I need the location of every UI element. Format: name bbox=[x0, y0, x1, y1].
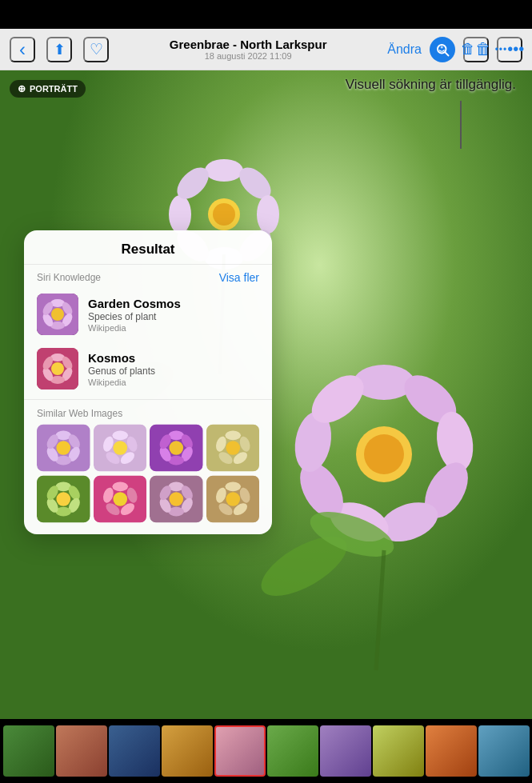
visual-search-button[interactable] bbox=[430, 37, 455, 62]
similar-image-3[interactable] bbox=[150, 424, 203, 472]
similar-label: Similar Web Images bbox=[24, 403, 272, 424]
svg-point-21 bbox=[171, 162, 214, 205]
strip-thumb-8[interactable] bbox=[373, 725, 424, 777]
svg-point-12 bbox=[356, 426, 412, 482]
result-desc-1: Species of plant bbox=[88, 311, 259, 322]
result-item-1[interactable]: Garden Cosmos Species of plant Wikipedia bbox=[24, 287, 272, 342]
svg-line-1 bbox=[445, 52, 448, 55]
siri-row: Siri Knowledge Visa fler bbox=[24, 265, 272, 287]
svg-point-86 bbox=[112, 481, 128, 491]
battery-percent: 100% bbox=[494, 9, 519, 20]
svg-point-101 bbox=[225, 481, 241, 491]
photo-title: Greenbrae - North Larkspur bbox=[170, 38, 327, 51]
svg-point-8 bbox=[325, 495, 394, 549]
share-button[interactable] bbox=[46, 37, 72, 62]
svg-point-14 bbox=[205, 159, 243, 182]
result-item-2[interactable]: Kosmos Genus of plants Wikipedia bbox=[24, 342, 272, 396]
portrait-badge[interactable]: PORTRÄTT bbox=[10, 80, 86, 98]
similar-image-6[interactable] bbox=[94, 475, 147, 523]
svg-point-22 bbox=[208, 198, 240, 230]
status-time: 9:41 bbox=[13, 9, 34, 21]
portrait-label: PORTRÄTT bbox=[30, 84, 78, 94]
svg-point-38 bbox=[51, 308, 64, 321]
similar-image-5[interactable] bbox=[37, 475, 90, 523]
strip-thumb-9[interactable] bbox=[426, 725, 477, 777]
strip-thumb-10[interactable] bbox=[478, 725, 530, 777]
lookup-panel: Resultat Siri Knowledge Visa fler bbox=[24, 230, 272, 534]
divider bbox=[24, 399, 272, 400]
svg-point-10 bbox=[290, 409, 336, 474]
strip-thumb-1[interactable] bbox=[3, 725, 54, 777]
svg-point-25 bbox=[305, 503, 399, 566]
svg-point-13 bbox=[364, 434, 404, 474]
svg-point-4 bbox=[396, 366, 466, 433]
svg-point-24 bbox=[253, 525, 356, 607]
status-day: mån 5 juni bbox=[38, 9, 90, 21]
wifi-icon bbox=[458, 9, 467, 20]
strip-thumb-2[interactable] bbox=[56, 725, 107, 777]
nav-right: Ändra 🗑 ••• bbox=[387, 37, 522, 62]
svg-point-76 bbox=[226, 441, 240, 455]
status-left: 9:41 mån 5 juni bbox=[13, 9, 90, 21]
svg-line-28 bbox=[376, 550, 384, 670]
result-thumb-1 bbox=[37, 294, 78, 335]
back-button[interactable] bbox=[10, 37, 35, 62]
status-right: 100% bbox=[458, 9, 519, 20]
result-source-1: Wikipedia bbox=[88, 323, 259, 333]
similar-grid bbox=[24, 424, 272, 523]
svg-point-3 bbox=[354, 365, 414, 400]
result-info-2: Kosmos Genus of plants Wikipedia bbox=[88, 351, 259, 387]
status-bar: 9:41 mån 5 juni 100% bbox=[0, 0, 532, 29]
svg-point-46 bbox=[51, 362, 64, 375]
svg-point-69 bbox=[169, 441, 183, 455]
nav-center: Greenbrae - North Larkspur 18 augusti 20… bbox=[170, 38, 327, 61]
similar-image-7[interactable] bbox=[150, 475, 203, 523]
tooltip: Visuell sökning är tillgänglig. bbox=[346, 77, 516, 93]
similar-image-4[interactable] bbox=[206, 424, 260, 472]
garden-background: PORTRÄTT Visuell sökning är tillgänglig.… bbox=[0, 70, 532, 719]
svg-point-6 bbox=[416, 455, 477, 525]
panel-header: Resultat bbox=[24, 230, 272, 265]
svg-point-16 bbox=[257, 195, 279, 234]
photo-area: PORTRÄTT Visuell sökning är tillgänglig.… bbox=[0, 70, 532, 719]
more-button[interactable]: ••• bbox=[497, 37, 522, 62]
thumb-image-2 bbox=[37, 348, 78, 390]
result-thumb-2 bbox=[37, 348, 78, 390]
nav-bar: Greenbrae - North Larkspur 18 augusti 20… bbox=[0, 29, 532, 70]
result-desc-2: Genus of plants bbox=[88, 366, 259, 377]
svg-point-106 bbox=[226, 492, 240, 506]
svg-point-71 bbox=[225, 430, 241, 440]
result-name-1: Garden Cosmos bbox=[88, 297, 259, 310]
svg-point-54 bbox=[56, 441, 70, 455]
delete-button[interactable]: 🗑 bbox=[463, 37, 489, 62]
nav-left bbox=[10, 37, 109, 62]
tooltip-text: Visuell sökning är tillgänglig. bbox=[346, 77, 516, 92]
thumb-image-1 bbox=[37, 294, 78, 335]
svg-point-84 bbox=[56, 492, 70, 506]
strip-thumb-5[interactable] bbox=[214, 725, 266, 777]
portrait-icon bbox=[18, 83, 26, 94]
svg-point-91 bbox=[113, 492, 127, 506]
similar-image-2[interactable] bbox=[94, 424, 147, 472]
see-more-link[interactable]: Visa fler bbox=[219, 271, 259, 284]
svg-point-2 bbox=[441, 46, 443, 48]
battery-icon bbox=[471, 10, 490, 19]
svg-point-15 bbox=[234, 162, 277, 205]
favorite-button[interactable] bbox=[83, 37, 109, 62]
strip-thumb-6[interactable] bbox=[267, 725, 318, 777]
strip-thumb-4[interactable] bbox=[162, 725, 213, 777]
svg-point-7 bbox=[374, 495, 443, 549]
result-name-2: Kosmos bbox=[88, 351, 259, 365]
result-info-1: Garden Cosmos Species of plant Wikipedia bbox=[88, 297, 259, 333]
edit-button[interactable]: Ändra bbox=[387, 42, 422, 57]
similar-image-1[interactable] bbox=[37, 424, 90, 472]
svg-point-9 bbox=[291, 455, 352, 525]
svg-point-99 bbox=[169, 492, 183, 506]
svg-point-20 bbox=[169, 195, 191, 234]
svg-point-11 bbox=[303, 366, 373, 433]
thumbnail-strip bbox=[0, 719, 532, 783]
strip-thumb-3[interactable] bbox=[109, 725, 160, 777]
siri-label: Siri Knowledge bbox=[37, 272, 101, 283]
similar-image-8[interactable] bbox=[206, 475, 260, 523]
strip-thumb-7[interactable] bbox=[320, 725, 371, 777]
